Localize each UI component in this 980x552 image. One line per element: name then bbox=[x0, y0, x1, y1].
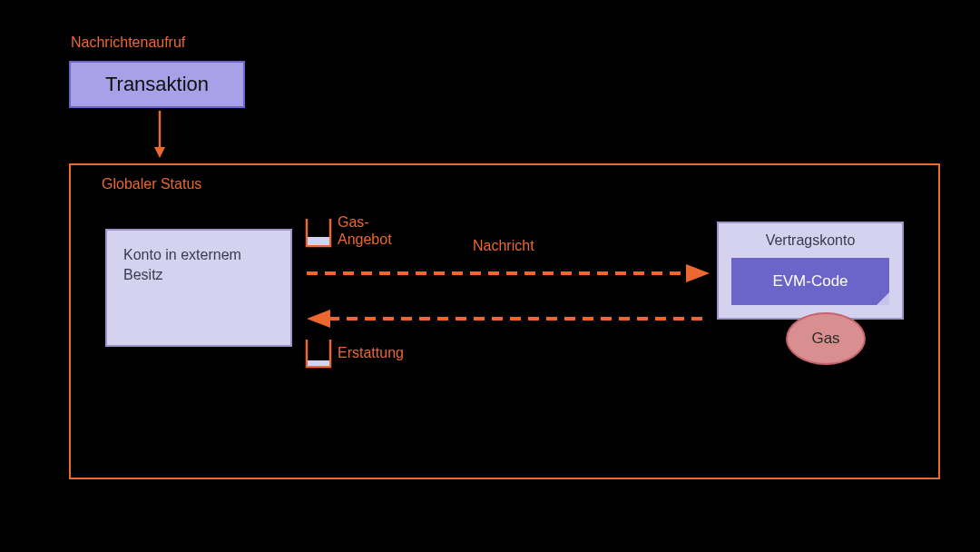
message-call-label: Nachrichtenaufruf bbox=[71, 34, 185, 51]
refund-label: Erstattung bbox=[338, 345, 404, 361]
svg-marker-4 bbox=[686, 264, 710, 282]
transaction-label: Transaktion bbox=[105, 73, 209, 96]
svg-marker-1 bbox=[154, 147, 165, 158]
gas-supply-label: Gas- Angebot bbox=[338, 213, 392, 248]
global-state-label: Globaler Status bbox=[102, 176, 201, 192]
evm-code-label: EVM-Code bbox=[772, 272, 848, 291]
gas-supply-container-icon bbox=[305, 217, 332, 248]
svg-rect-7 bbox=[308, 360, 329, 366]
evm-code-box: EVM-Code bbox=[731, 258, 889, 305]
message-label: Nachricht bbox=[473, 238, 534, 254]
arrow-down-icon bbox=[151, 111, 169, 161]
external-account-box: Konto in externem Besitz bbox=[105, 229, 292, 347]
gas-label: Gas bbox=[811, 330, 839, 348]
external-account-label: Konto in externem Besitz bbox=[123, 247, 241, 282]
svg-rect-2 bbox=[308, 237, 329, 245]
contract-account-label: Vertragskonto bbox=[728, 232, 893, 249]
arrow-left-icon bbox=[307, 309, 710, 329]
refund-container-icon bbox=[305, 338, 332, 369]
global-state-container: Globaler Status Konto in externem Besitz… bbox=[69, 163, 940, 479]
transaction-box: Transaktion bbox=[69, 61, 245, 108]
contract-account-box: Vertragskonto EVM-Code bbox=[717, 222, 904, 320]
gas-bubble: Gas bbox=[786, 312, 866, 365]
arrow-right-icon bbox=[307, 263, 710, 283]
svg-marker-6 bbox=[307, 310, 330, 328]
